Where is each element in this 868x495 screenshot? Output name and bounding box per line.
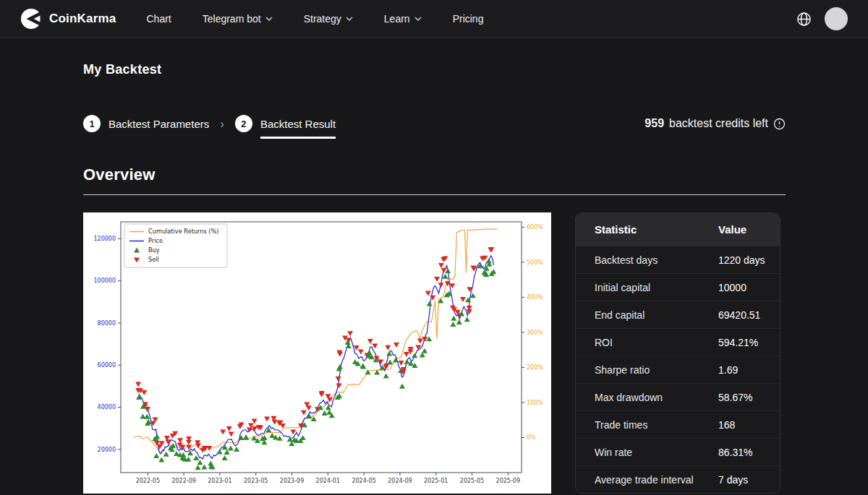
- svg-text:40000: 40000: [98, 404, 116, 410]
- table-row: Initial capital10000: [576, 273, 780, 301]
- table-row: End capital69420.51: [576, 301, 780, 328]
- svg-text:2022-05: 2022-05: [136, 478, 160, 484]
- backtest-chart: 200004000060000800001000001200000%100%20…: [83, 212, 551, 494]
- svg-text:600%: 600%: [527, 224, 543, 231]
- app-header: CoinKarma Chart Telegram bot Strategy Le…: [0, 0, 868, 38]
- section-divider: [83, 194, 786, 195]
- svg-text:Price: Price: [148, 237, 163, 244]
- table-row: Backtest days1220 days: [576, 246, 780, 273]
- credits-label: backtest credits left: [669, 117, 768, 130]
- svg-text:500%: 500%: [527, 259, 543, 266]
- svg-text:2023-09: 2023-09: [280, 478, 304, 484]
- svg-text:80000: 80000: [98, 320, 116, 327]
- user-avatar[interactable]: [825, 7, 848, 30]
- chevron-right-icon: ›: [220, 118, 224, 130]
- step-backtest-parameters[interactable]: 1 Backtest Parameters: [83, 115, 209, 132]
- brand-name: CoinKarma: [49, 12, 116, 26]
- svg-text:2024-01: 2024-01: [316, 478, 340, 484]
- svg-text:300%: 300%: [527, 330, 543, 336]
- svg-text:400%: 400%: [527, 294, 543, 301]
- page-title: My Backtest: [83, 62, 786, 77]
- stats-table: Statistic Value Backtest days1220 days I…: [575, 212, 780, 494]
- credits-count: 959: [644, 117, 664, 130]
- svg-text:2024-09: 2024-09: [388, 478, 412, 484]
- svg-text:100%: 100%: [527, 400, 543, 406]
- stats-table-header: Statistic Value: [576, 213, 780, 246]
- svg-text:2023-01: 2023-01: [208, 478, 231, 484]
- info-icon[interactable]: [773, 118, 786, 130]
- step-number: 2: [235, 115, 252, 132]
- credits-left: 959 backtest credits left: [644, 117, 786, 130]
- step-number: 1: [83, 115, 101, 132]
- nav-strategy[interactable]: Strategy: [304, 13, 353, 25]
- svg-text:2022-09: 2022-09: [171, 478, 195, 484]
- table-row: Average trade interval7 days: [576, 465, 780, 493]
- stepper: 1 Backtest Parameters › 2 Backtest Resul…: [83, 115, 786, 132]
- section-title: Overview: [83, 165, 786, 184]
- nav-chart[interactable]: Chart: [147, 13, 171, 25]
- svg-text:Buy: Buy: [148, 246, 160, 254]
- language-globe-icon[interactable]: [796, 12, 812, 27]
- brand[interactable]: CoinKarma: [20, 8, 116, 30]
- svg-text:200%: 200%: [527, 364, 543, 371]
- backtest-chart-figure: 200004000060000800001000001200000%100%20…: [83, 212, 551, 494]
- svg-text:2025-01: 2025-01: [424, 478, 448, 484]
- table-row: ROI594.21%: [576, 328, 780, 356]
- nav-pricing[interactable]: Pricing: [453, 13, 484, 25]
- svg-text:120000: 120000: [93, 236, 116, 242]
- table-row: Sharpe ratio1.69: [576, 356, 780, 383]
- chevron-down-icon: [265, 17, 273, 21]
- svg-text:2025-05: 2025-05: [460, 478, 484, 484]
- nav-telegram-bot[interactable]: Telegram bot: [203, 13, 273, 25]
- svg-text:100000: 100000: [93, 277, 116, 284]
- svg-text:2024-05: 2024-05: [352, 478, 375, 484]
- step-backtest-result[interactable]: 2 Backtest Result: [235, 115, 336, 132]
- svg-text:20000: 20000: [98, 447, 116, 453]
- chevron-down-icon: [346, 17, 353, 21]
- table-row: Trade times168: [576, 410, 780, 438]
- table-row: Max drawdown58.67%: [576, 383, 780, 410]
- chevron-down-icon: [414, 17, 422, 21]
- backtest-page: My Backtest 1 Backtest Parameters › 2 Ba…: [0, 62, 868, 494]
- svg-text:Sell: Sell: [148, 256, 159, 263]
- svg-text:Cumulative Returns (%): Cumulative Returns (%): [148, 228, 219, 235]
- svg-text:60000: 60000: [98, 362, 116, 369]
- main-nav: Chart Telegram bot Strategy Learn Pricin…: [147, 13, 484, 25]
- nav-learn[interactable]: Learn: [384, 13, 422, 25]
- svg-text:0%: 0%: [527, 434, 536, 441]
- svg-text:2025-09: 2025-09: [496, 478, 520, 484]
- svg-text:2023-05: 2023-05: [244, 478, 268, 484]
- table-row: Win rate86.31%: [576, 438, 780, 465]
- coinkarma-logo-icon: [20, 8, 42, 30]
